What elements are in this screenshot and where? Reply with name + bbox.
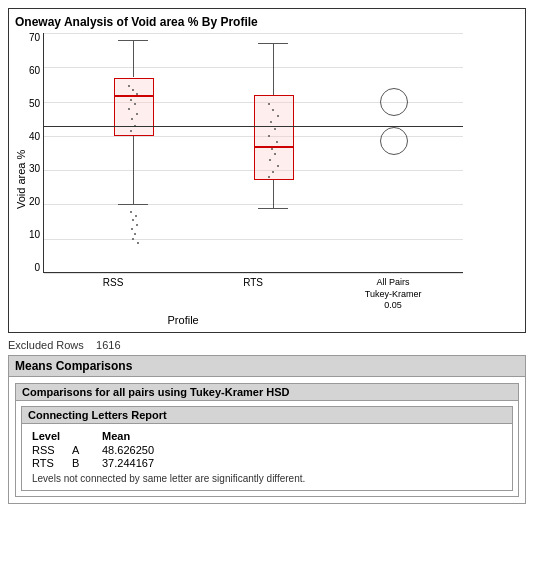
chart-container: Oneway Analysis of Void area % By Profil… (8, 8, 526, 333)
letters-row-rts: RTS B 37.244167 (32, 457, 502, 469)
grid-70 (44, 33, 463, 34)
rts-upper-whisker (273, 43, 274, 95)
rts-letter: B (72, 457, 102, 469)
reference-line (44, 126, 463, 127)
rss-bottom-cap (118, 204, 148, 205)
letters-section: Connecting Letters Report Level Mean RSS… (21, 406, 513, 491)
header-level: Level (32, 430, 72, 442)
rss-outlier-5 (131, 228, 133, 230)
rss-level: RSS (32, 444, 72, 456)
excluded-rows: Excluded Rows 1616 (8, 339, 526, 351)
means-comparisons-title: Means Comparisons (9, 356, 525, 377)
y-tick-70: 70 (29, 33, 40, 43)
means-comparisons-section: Means Comparisons Comparisons for all pa… (8, 355, 526, 504)
rss-median (114, 95, 154, 97)
rts-mean: 37.244167 (102, 457, 202, 469)
x-axis-labels: RSS RTS All PairsTukey-Kramer0.05 (43, 277, 463, 312)
tukey-section: Comparisons for all pairs using Tukey-Kr… (15, 383, 519, 497)
rss-outlier-2 (135, 215, 137, 217)
y-tick-30: 30 (29, 164, 40, 174)
x-label-allpairs: All PairsTukey-Kramer0.05 (323, 277, 463, 312)
header-letter (72, 430, 102, 442)
comparison-circle-rss (380, 88, 408, 116)
rts-bottom-cap (258, 208, 288, 209)
rts-level: RTS (32, 457, 72, 469)
rts-lower-whisker (273, 180, 274, 208)
rss-outlier-1 (130, 211, 132, 213)
rss-outlier-6 (134, 233, 136, 235)
y-tick-10: 10 (29, 230, 40, 240)
x-axis-title: Profile (43, 314, 323, 326)
rss-mean: 48.626250 (102, 444, 202, 456)
rts-box (254, 95, 294, 180)
rss-outlier-4 (136, 224, 138, 226)
chart-area: Void area % 70 60 50 40 30 20 10 0 (15, 33, 519, 326)
rss-outlier-8 (137, 242, 139, 244)
rss-lower-whisker (133, 136, 134, 204)
rss-box (114, 78, 154, 136)
rss-upper-whisker (133, 40, 134, 77)
grid-10 (44, 239, 463, 240)
letters-title: Connecting Letters Report (22, 407, 512, 424)
tukey-title: Comparisons for all pairs using Tukey-Kr… (16, 384, 518, 401)
comparison-circle-rts (380, 127, 408, 155)
rss-outlier-3 (132, 219, 134, 221)
note-text: Levels not connected by same letter are … (32, 473, 502, 484)
x-label-rts: RTS (183, 277, 323, 312)
y-tick-60: 60 (29, 66, 40, 76)
letters-header: Level Mean (32, 430, 502, 442)
y-tick-0: 0 (35, 263, 41, 273)
y-tick-50: 50 (29, 99, 40, 109)
y-tick-20: 20 (29, 197, 40, 207)
excluded-rows-value: 1616 (96, 339, 120, 351)
rss-top-cap (118, 40, 148, 41)
x-label-rss: RSS (43, 277, 183, 312)
plot-area (43, 33, 463, 273)
grid-20 (44, 204, 463, 205)
y-tick-40: 40 (29, 132, 40, 142)
header-mean: Mean (102, 430, 202, 442)
excluded-rows-label: Excluded Rows (8, 339, 84, 351)
y-axis-label: Void area % (15, 33, 27, 326)
rss-letter: A (72, 444, 102, 456)
chart-title: Oneway Analysis of Void area % By Profil… (15, 15, 519, 29)
grid-0 (44, 273, 463, 274)
letters-content: Level Mean RSS A 48.626250 RTS B 37.2441… (22, 424, 512, 490)
letters-row-rss: RSS A 48.626250 (32, 444, 502, 456)
rts-top-cap (258, 43, 288, 44)
grid-60 (44, 67, 463, 68)
rts-median (254, 146, 294, 148)
y-axis-ticks: 70 60 50 40 30 20 10 0 (29, 33, 43, 273)
